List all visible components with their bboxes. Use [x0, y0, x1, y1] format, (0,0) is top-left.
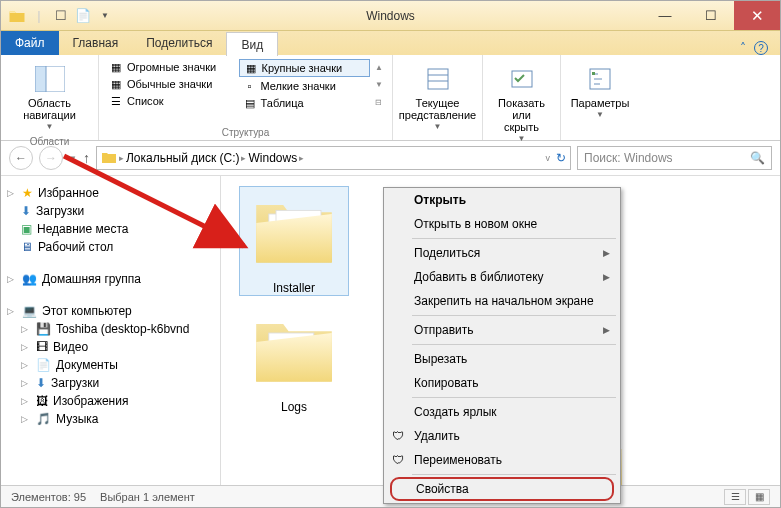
ctx-pin-start[interactable]: Закрепить на начальном экране	[384, 289, 620, 313]
tab-file[interactable]: Файл	[1, 31, 59, 55]
forward-button[interactable]: →	[39, 146, 63, 170]
crumb-sep[interactable]: ▸	[299, 153, 304, 163]
videos-icon: 🎞	[36, 340, 48, 354]
search-icon: 🔍	[750, 151, 765, 165]
layout-expand[interactable]: ⊟	[375, 98, 383, 107]
shield-icon: 🛡	[392, 429, 404, 443]
addr-dropdown-icon[interactable]: v	[546, 153, 551, 163]
crumb-disk[interactable]: Локальный диск (C:)	[126, 151, 240, 165]
svg-rect-7	[592, 72, 595, 75]
showhide-icon	[506, 63, 538, 95]
sidebar-downloads[interactable]: ⬇Загрузки	[7, 202, 214, 220]
sidebar-homegroup[interactable]: ▷👥Домашняя группа	[7, 270, 214, 288]
ctx-open-new[interactable]: Открыть в новом окне	[384, 212, 620, 236]
ctx-rename[interactable]: 🛡Переименовать	[384, 448, 620, 472]
expand-icon[interactable]: ▷	[21, 324, 31, 334]
submenu-arrow-icon: ▶	[603, 325, 610, 335]
search-placeholder: Поиск: Windows	[584, 151, 673, 165]
sidebar-desktop[interactable]: 🖥Рабочий стол	[7, 238, 214, 256]
layout-large[interactable]: ▦Крупные значки	[239, 59, 371, 77]
options-button[interactable]: Параметры ▼	[567, 59, 633, 124]
expand-icon[interactable]: ▷	[7, 188, 17, 198]
history-dropdown-icon[interactable]: ▼	[69, 154, 77, 163]
currentview-icon	[422, 63, 454, 95]
qat-dropdown-icon[interactable]: ▼	[95, 6, 115, 26]
layout-scroll-up[interactable]: ▲	[375, 63, 383, 72]
sidebar-videos[interactable]: ▷🎞Видео	[7, 338, 214, 356]
minimize-button[interactable]: —	[642, 1, 688, 30]
ctx-add-library[interactable]: Добавить в библиотеку▶	[384, 265, 620, 289]
ribbon-collapse-icon[interactable]: ˄	[740, 41, 746, 55]
sidebar-toshiba[interactable]: ▷💾Toshiba (desktop-k6bvnd	[7, 320, 214, 338]
sidebar-computer[interactable]: ▷💻Этот компьютер	[7, 302, 214, 320]
qat-newfolder-icon[interactable]: 📄	[73, 6, 93, 26]
sidebar-favorites[interactable]: ▷★Избранное	[7, 184, 214, 202]
ctx-sendto[interactable]: Отправить▶	[384, 318, 620, 342]
layout-list[interactable]: ☰Список	[105, 93, 237, 109]
svg-rect-2	[428, 69, 448, 89]
close-button[interactable]: ✕	[734, 1, 780, 30]
folder-logs[interactable]: Logs	[239, 306, 349, 414]
shield-icon: 🛡	[392, 453, 404, 467]
ctx-properties[interactable]: Свойства	[390, 477, 614, 501]
back-button[interactable]: ←	[9, 146, 33, 170]
pictures-icon: 🖼	[36, 394, 48, 408]
small-icon: ▫	[243, 79, 257, 93]
addr-folder-icon	[101, 149, 117, 168]
layout-table[interactable]: ▤Таблица	[239, 95, 371, 111]
large-icon: ▦	[244, 61, 258, 75]
expand-icon[interactable]: ▷	[21, 360, 31, 370]
expand-icon[interactable]: ▷	[21, 414, 31, 424]
huge-icon: ▦	[109, 60, 123, 74]
up-button[interactable]: ↑	[83, 150, 90, 166]
search-box[interactable]: Поиск: Windows 🔍	[577, 146, 772, 170]
ctx-open[interactable]: Открыть	[384, 188, 620, 212]
sidebar-pictures[interactable]: ▷🖼Изображения	[7, 392, 214, 410]
expand-icon[interactable]: ▷	[21, 342, 31, 352]
layout-huge[interactable]: ▦Огромные значки	[105, 59, 237, 75]
folder-icon	[249, 306, 339, 396]
tab-share[interactable]: Поделиться	[132, 31, 226, 55]
showhide-button[interactable]: Показать или скрыть ▼	[489, 59, 554, 148]
menu-separator	[412, 238, 616, 239]
sidebar-downloads2[interactable]: ▷⬇Загрузки	[7, 374, 214, 392]
ctx-shortcut[interactable]: Создать ярлык	[384, 400, 620, 424]
tab-view[interactable]: Вид	[226, 32, 278, 56]
crumb-sep[interactable]: ▸	[119, 153, 124, 163]
computer-icon: 💻	[22, 304, 37, 318]
ctx-copy[interactable]: Копировать	[384, 371, 620, 395]
svg-rect-1	[35, 66, 46, 92]
qat-properties-icon[interactable]: ☐	[51, 6, 71, 26]
view-icons-button[interactable]: ▦	[748, 489, 770, 505]
layout-small[interactable]: ▫Мелкие значки	[239, 78, 371, 94]
help-icon[interactable]: ?	[754, 41, 768, 55]
ctx-delete[interactable]: 🛡Удалить	[384, 424, 620, 448]
maximize-button[interactable]: ☐	[688, 1, 734, 30]
window-controls: — ☐ ✕	[642, 1, 780, 30]
currentview-button[interactable]: Текущее представление ▼	[399, 59, 476, 136]
expand-icon[interactable]: ▷	[21, 378, 31, 388]
navpane-button[interactable]: Область навигации ▼	[7, 59, 92, 136]
drive-icon: 💾	[36, 322, 51, 336]
layout-medium[interactable]: ▦Обычные значки	[105, 76, 237, 92]
address-bar[interactable]: ▸ Локальный диск (C:) ▸ Windows ▸ v ↻	[96, 146, 571, 170]
ctx-share[interactable]: Поделиться▶	[384, 241, 620, 265]
refresh-icon[interactable]: ↻	[556, 151, 566, 165]
expand-icon[interactable]: ▷	[7, 306, 17, 316]
sidebar-recent[interactable]: ▣Недавние места	[7, 220, 214, 238]
expand-icon[interactable]: ▷	[21, 396, 31, 406]
folder-installer[interactable]: Installer	[239, 186, 349, 296]
sidebar-documents[interactable]: ▷📄Документы	[7, 356, 214, 374]
expand-icon[interactable]: ▷	[7, 274, 17, 284]
tab-home[interactable]: Главная	[59, 31, 133, 55]
sidebar-music[interactable]: ▷🎵Музыка	[7, 410, 214, 428]
documents-icon: 📄	[36, 358, 51, 372]
homegroup-icon: 👥	[22, 272, 37, 286]
ribbon-group-showhide: Показать или скрыть ▼	[483, 55, 561, 140]
crumb-folder[interactable]: Windows	[248, 151, 297, 165]
layout-scroll-down[interactable]: ▼	[375, 80, 383, 89]
ctx-cut[interactable]: Вырезать	[384, 347, 620, 371]
view-details-button[interactable]: ☰	[724, 489, 746, 505]
ribbon-group-currentview: Текущее представление ▼	[393, 55, 483, 140]
crumb-sep[interactable]: ▸	[241, 153, 246, 163]
